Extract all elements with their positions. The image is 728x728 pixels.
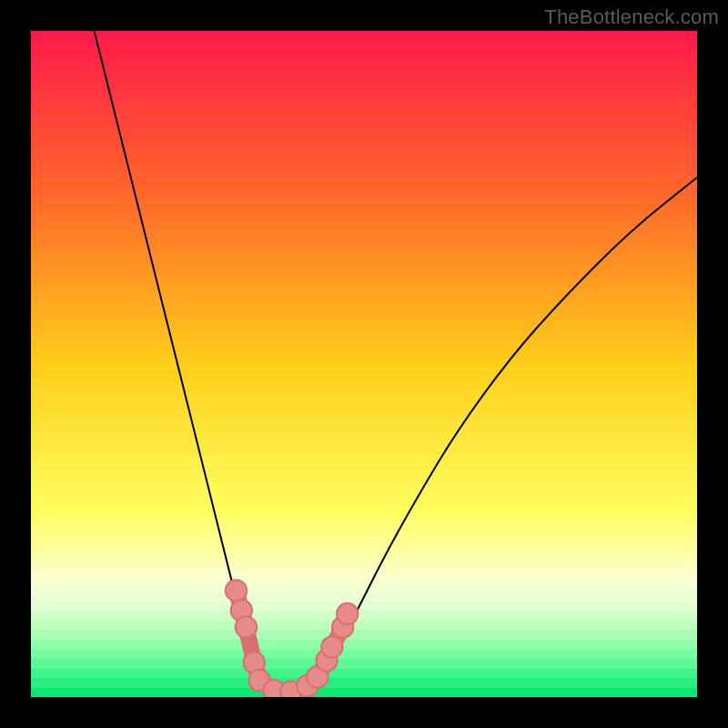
watermark-label: TheBottleneck.com <box>544 5 719 29</box>
chart-frame: TheBottleneck.com <box>0 0 728 728</box>
chart-canvas <box>31 31 697 697</box>
plot-area <box>31 31 697 697</box>
